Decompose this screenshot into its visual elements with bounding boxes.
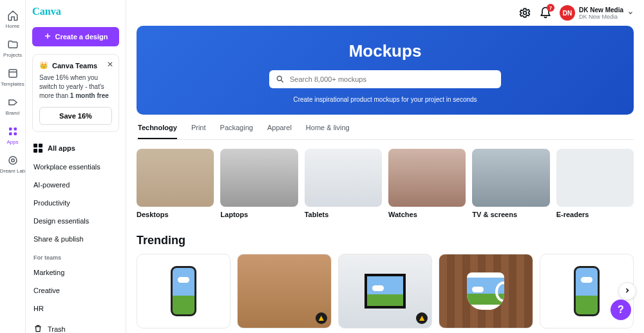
sidebar-item-hr[interactable]: HR bbox=[32, 300, 119, 318]
rail-label: Apps bbox=[6, 139, 18, 145]
promo-title: 👑 Canva Teams bbox=[39, 61, 112, 70]
mockup-preview bbox=[574, 266, 600, 316]
pro-badge-icon bbox=[316, 312, 327, 324]
svg-rect-0 bbox=[9, 70, 17, 77]
bell-icon[interactable]: 7 bbox=[539, 6, 552, 19]
rail-templates[interactable]: Templates bbox=[0, 63, 26, 91]
brand-icon bbox=[6, 96, 19, 109]
rail-label: Dream Lab bbox=[0, 168, 25, 174]
rail-label: Templates bbox=[1, 81, 24, 87]
sidebar-item-all-apps[interactable]: All apps bbox=[32, 138, 119, 158]
close-icon[interactable]: ✕ bbox=[107, 60, 113, 69]
svg-rect-2 bbox=[14, 128, 17, 131]
trending-title: Trending bbox=[137, 234, 634, 247]
tab-technology[interactable]: Technology bbox=[138, 124, 177, 139]
user-sub: DK New Media bbox=[579, 14, 623, 20]
sidebar-teams-header: For teams bbox=[32, 248, 119, 263]
category-tabs: Technology Print Packaging Apparel Home … bbox=[137, 115, 634, 140]
promo-body: Save 16% when you switch to yearly - tha… bbox=[39, 73, 112, 100]
dreamlab-icon bbox=[6, 154, 19, 167]
sidebar-item-design[interactable]: Design essentials bbox=[32, 212, 119, 230]
grid-icon bbox=[33, 144, 43, 153]
help-button[interactable]: ? bbox=[611, 300, 631, 320]
trending-carousel bbox=[137, 254, 634, 328]
category-thumb bbox=[472, 149, 549, 207]
home-icon bbox=[6, 9, 19, 22]
main: 7 DN DK New Media DK New Media Mockups C… bbox=[126, 0, 644, 333]
hero: Mockups Create inspirational product moc… bbox=[137, 26, 634, 115]
create-design-button[interactable]: Create a design bbox=[32, 27, 119, 46]
trash-icon bbox=[33, 324, 43, 333]
trending-item[interactable] bbox=[137, 254, 231, 328]
sidebar-item-marketing[interactable]: Marketing bbox=[32, 263, 119, 281]
tab-packaging[interactable]: Packaging bbox=[220, 124, 253, 139]
user-menu[interactable]: DN DK New Media DK New Media bbox=[560, 5, 634, 21]
category-grid: Desktops Laptops Tablets Watches TV & sc… bbox=[137, 149, 634, 218]
rail-projects[interactable]: Projects bbox=[0, 34, 26, 62]
sidebar: Canva Create a design ✕ 👑 Canva Teams Sa… bbox=[26, 0, 126, 333]
category-thumb bbox=[556, 149, 634, 207]
svg-point-6 bbox=[11, 159, 14, 162]
chevron-right-icon bbox=[623, 287, 631, 296]
templates-icon bbox=[6, 67, 19, 80]
svg-point-5 bbox=[9, 157, 17, 164]
create-label: Create a design bbox=[55, 33, 108, 41]
nav-rail: Home Projects Templates Brand Apps Dream… bbox=[0, 0, 26, 333]
hero-subtitle: Create inspirational product mockups for… bbox=[293, 96, 477, 103]
svg-rect-1 bbox=[9, 128, 12, 131]
tab-print[interactable]: Print bbox=[191, 124, 206, 139]
category-e-readers[interactable]: E-readers bbox=[556, 149, 634, 218]
rail-brand[interactable]: Brand bbox=[0, 92, 26, 120]
content-scroll[interactable]: Mockups Create inspirational product moc… bbox=[126, 26, 644, 333]
topbar: 7 DN DK New Media DK New Media bbox=[126, 0, 644, 26]
avatar: DN bbox=[560, 5, 575, 21]
mockup-preview bbox=[467, 272, 504, 310]
svg-point-9 bbox=[277, 76, 281, 81]
category-tablets[interactable]: Tablets bbox=[305, 149, 382, 218]
mockup-preview bbox=[171, 266, 196, 316]
rail-apps[interactable]: Apps bbox=[0, 121, 26, 149]
rail-home[interactable]: Home bbox=[0, 5, 26, 33]
notification-badge: 7 bbox=[547, 4, 554, 12]
category-thumb bbox=[305, 149, 382, 207]
trending-item[interactable] bbox=[439, 254, 533, 328]
trending-item[interactable] bbox=[338, 254, 432, 328]
canva-logo[interactable]: Canva bbox=[32, 5, 119, 21]
category-watches[interactable]: Watches bbox=[388, 149, 466, 218]
sidebar-item-ai[interactable]: AI-powered bbox=[32, 176, 119, 194]
chevron-down-icon bbox=[627, 7, 634, 19]
plus-icon bbox=[44, 32, 52, 41]
sidebar-item-creative[interactable]: Creative bbox=[32, 281, 119, 300]
tab-home-living[interactable]: Home & living bbox=[306, 124, 350, 139]
sidebar-item-workplace[interactable]: Workplace essentials bbox=[32, 158, 119, 176]
search-input[interactable] bbox=[290, 75, 495, 83]
category-thumb bbox=[388, 149, 466, 207]
page-title: Mockups bbox=[349, 41, 422, 61]
sidebar-trash[interactable]: Trash bbox=[32, 318, 119, 333]
gear-icon[interactable] bbox=[518, 6, 531, 19]
carousel-next-button[interactable] bbox=[618, 282, 636, 300]
category-laptops[interactable]: Laptops bbox=[220, 149, 298, 218]
promo-card: ✕ 👑 Canva Teams Save 16% when you switch… bbox=[32, 54, 119, 132]
mockup-preview bbox=[365, 274, 406, 309]
folder-icon bbox=[6, 38, 19, 51]
category-tv-screens[interactable]: TV & screens bbox=[472, 149, 549, 218]
svg-rect-3 bbox=[9, 133, 12, 136]
sidebar-item-share[interactable]: Share & publish bbox=[32, 230, 119, 248]
rail-dreamlab[interactable]: Dream Lab bbox=[0, 150, 26, 178]
rail-label: Brand bbox=[6, 110, 19, 116]
rail-label: Home bbox=[6, 23, 19, 29]
user-name: DK New Media bbox=[579, 6, 623, 14]
rail-label: Projects bbox=[3, 52, 22, 58]
sidebar-item-productivity[interactable]: Productivity bbox=[32, 194, 119, 212]
search-bar[interactable] bbox=[269, 70, 501, 88]
tab-apparel[interactable]: Apparel bbox=[267, 124, 292, 139]
search-icon bbox=[276, 75, 285, 84]
trending-item[interactable] bbox=[237, 254, 331, 328]
crown-icon: 👑 bbox=[39, 61, 48, 70]
svg-text:Canva: Canva bbox=[32, 6, 61, 17]
category-desktops[interactable]: Desktops bbox=[137, 149, 214, 218]
sidebar-apps-section: All apps Workplace essentials AI-powered… bbox=[32, 138, 119, 318]
pro-badge-icon bbox=[416, 312, 428, 324]
promo-cta-button[interactable]: Save 16% bbox=[39, 107, 112, 125]
